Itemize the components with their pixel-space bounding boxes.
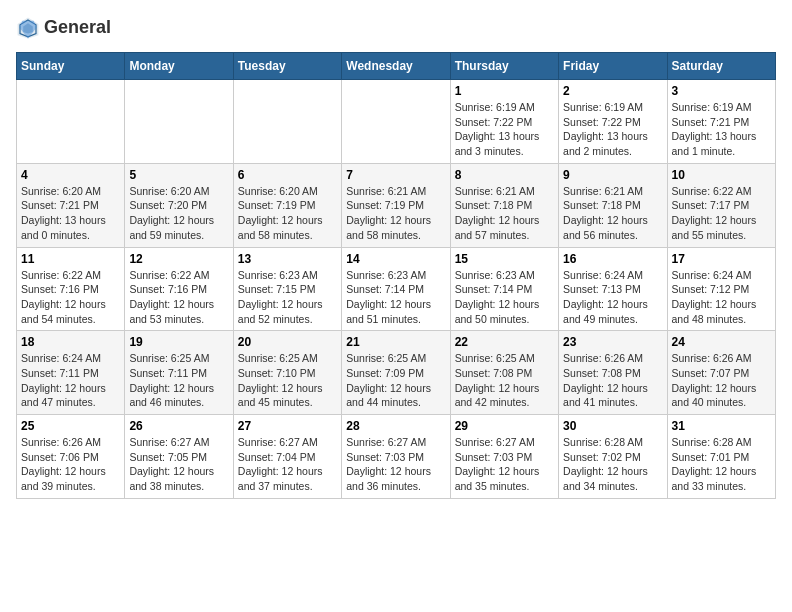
day-number: 4 — [21, 168, 120, 182]
calendar-cell: 9Sunrise: 6:21 AM Sunset: 7:18 PM Daylig… — [559, 163, 667, 247]
day-number: 26 — [129, 419, 228, 433]
day-info: Sunrise: 6:21 AM Sunset: 7:18 PM Dayligh… — [455, 184, 554, 243]
day-number: 8 — [455, 168, 554, 182]
day-info: Sunrise: 6:27 AM Sunset: 7:03 PM Dayligh… — [455, 435, 554, 494]
calendar-cell: 28Sunrise: 6:27 AM Sunset: 7:03 PM Dayli… — [342, 415, 450, 499]
day-info: Sunrise: 6:25 AM Sunset: 7:10 PM Dayligh… — [238, 351, 337, 410]
calendar-cell: 7Sunrise: 6:21 AM Sunset: 7:19 PM Daylig… — [342, 163, 450, 247]
calendar-cell: 21Sunrise: 6:25 AM Sunset: 7:09 PM Dayli… — [342, 331, 450, 415]
day-info: Sunrise: 6:19 AM Sunset: 7:22 PM Dayligh… — [563, 100, 662, 159]
calendar-cell: 26Sunrise: 6:27 AM Sunset: 7:05 PM Dayli… — [125, 415, 233, 499]
logo-general: General — [44, 18, 111, 38]
day-number: 5 — [129, 168, 228, 182]
calendar-cell: 13Sunrise: 6:23 AM Sunset: 7:15 PM Dayli… — [233, 247, 341, 331]
day-info: Sunrise: 6:25 AM Sunset: 7:09 PM Dayligh… — [346, 351, 445, 410]
day-number: 23 — [563, 335, 662, 349]
day-number: 15 — [455, 252, 554, 266]
calendar-cell: 24Sunrise: 6:26 AM Sunset: 7:07 PM Dayli… — [667, 331, 775, 415]
calendar-week-row: 11Sunrise: 6:22 AM Sunset: 7:16 PM Dayli… — [17, 247, 776, 331]
weekday-header: Saturday — [667, 53, 775, 80]
weekday-header: Wednesday — [342, 53, 450, 80]
calendar-week-row: 18Sunrise: 6:24 AM Sunset: 7:11 PM Dayli… — [17, 331, 776, 415]
calendar-cell: 14Sunrise: 6:23 AM Sunset: 7:14 PM Dayli… — [342, 247, 450, 331]
calendar-cell — [342, 80, 450, 164]
day-info: Sunrise: 6:24 AM Sunset: 7:12 PM Dayligh… — [672, 268, 771, 327]
day-number: 31 — [672, 419, 771, 433]
logo-icon — [16, 16, 40, 40]
day-number: 12 — [129, 252, 228, 266]
day-number: 22 — [455, 335, 554, 349]
calendar-cell: 11Sunrise: 6:22 AM Sunset: 7:16 PM Dayli… — [17, 247, 125, 331]
calendar-cell: 29Sunrise: 6:27 AM Sunset: 7:03 PM Dayli… — [450, 415, 558, 499]
calendar-cell: 25Sunrise: 6:26 AM Sunset: 7:06 PM Dayli… — [17, 415, 125, 499]
calendar-cell: 5Sunrise: 6:20 AM Sunset: 7:20 PM Daylig… — [125, 163, 233, 247]
calendar-week-row: 1Sunrise: 6:19 AM Sunset: 7:22 PM Daylig… — [17, 80, 776, 164]
calendar-cell: 10Sunrise: 6:22 AM Sunset: 7:17 PM Dayli… — [667, 163, 775, 247]
calendar-cell: 31Sunrise: 6:28 AM Sunset: 7:01 PM Dayli… — [667, 415, 775, 499]
day-info: Sunrise: 6:28 AM Sunset: 7:01 PM Dayligh… — [672, 435, 771, 494]
calendar-cell — [17, 80, 125, 164]
day-number: 28 — [346, 419, 445, 433]
day-number: 3 — [672, 84, 771, 98]
day-number: 25 — [21, 419, 120, 433]
day-info: Sunrise: 6:20 AM Sunset: 7:20 PM Dayligh… — [129, 184, 228, 243]
day-number: 11 — [21, 252, 120, 266]
calendar-cell: 22Sunrise: 6:25 AM Sunset: 7:08 PM Dayli… — [450, 331, 558, 415]
weekday-header: Monday — [125, 53, 233, 80]
weekday-header: Thursday — [450, 53, 558, 80]
calendar-cell: 19Sunrise: 6:25 AM Sunset: 7:11 PM Dayli… — [125, 331, 233, 415]
day-info: Sunrise: 6:25 AM Sunset: 7:11 PM Dayligh… — [129, 351, 228, 410]
day-info: Sunrise: 6:25 AM Sunset: 7:08 PM Dayligh… — [455, 351, 554, 410]
day-number: 16 — [563, 252, 662, 266]
calendar-week-row: 25Sunrise: 6:26 AM Sunset: 7:06 PM Dayli… — [17, 415, 776, 499]
page-header: General — [16, 16, 776, 40]
day-number: 20 — [238, 335, 337, 349]
day-number: 17 — [672, 252, 771, 266]
day-info: Sunrise: 6:23 AM Sunset: 7:15 PM Dayligh… — [238, 268, 337, 327]
day-number: 13 — [238, 252, 337, 266]
calendar-cell: 12Sunrise: 6:22 AM Sunset: 7:16 PM Dayli… — [125, 247, 233, 331]
calendar-cell: 27Sunrise: 6:27 AM Sunset: 7:04 PM Dayli… — [233, 415, 341, 499]
day-number: 24 — [672, 335, 771, 349]
day-info: Sunrise: 6:22 AM Sunset: 7:17 PM Dayligh… — [672, 184, 771, 243]
day-info: Sunrise: 6:27 AM Sunset: 7:05 PM Dayligh… — [129, 435, 228, 494]
calendar-cell: 23Sunrise: 6:26 AM Sunset: 7:08 PM Dayli… — [559, 331, 667, 415]
calendar-cell: 2Sunrise: 6:19 AM Sunset: 7:22 PM Daylig… — [559, 80, 667, 164]
calendar-cell: 8Sunrise: 6:21 AM Sunset: 7:18 PM Daylig… — [450, 163, 558, 247]
calendar-cell — [233, 80, 341, 164]
calendar-week-row: 4Sunrise: 6:20 AM Sunset: 7:21 PM Daylig… — [17, 163, 776, 247]
logo: General — [16, 16, 111, 40]
calendar-cell: 17Sunrise: 6:24 AM Sunset: 7:12 PM Dayli… — [667, 247, 775, 331]
day-info: Sunrise: 6:20 AM Sunset: 7:19 PM Dayligh… — [238, 184, 337, 243]
day-number: 29 — [455, 419, 554, 433]
weekday-header-row: SundayMondayTuesdayWednesdayThursdayFrid… — [17, 53, 776, 80]
day-number: 10 — [672, 168, 771, 182]
day-number: 27 — [238, 419, 337, 433]
day-info: Sunrise: 6:22 AM Sunset: 7:16 PM Dayligh… — [21, 268, 120, 327]
day-info: Sunrise: 6:19 AM Sunset: 7:21 PM Dayligh… — [672, 100, 771, 159]
day-info: Sunrise: 6:26 AM Sunset: 7:07 PM Dayligh… — [672, 351, 771, 410]
calendar-cell: 30Sunrise: 6:28 AM Sunset: 7:02 PM Dayli… — [559, 415, 667, 499]
day-number: 14 — [346, 252, 445, 266]
day-number: 19 — [129, 335, 228, 349]
day-info: Sunrise: 6:22 AM Sunset: 7:16 PM Dayligh… — [129, 268, 228, 327]
day-info: Sunrise: 6:24 AM Sunset: 7:11 PM Dayligh… — [21, 351, 120, 410]
day-info: Sunrise: 6:23 AM Sunset: 7:14 PM Dayligh… — [455, 268, 554, 327]
logo-text: General — [44, 18, 111, 38]
day-info: Sunrise: 6:27 AM Sunset: 7:03 PM Dayligh… — [346, 435, 445, 494]
day-info: Sunrise: 6:19 AM Sunset: 7:22 PM Dayligh… — [455, 100, 554, 159]
day-info: Sunrise: 6:24 AM Sunset: 7:13 PM Dayligh… — [563, 268, 662, 327]
day-number: 1 — [455, 84, 554, 98]
day-info: Sunrise: 6:21 AM Sunset: 7:18 PM Dayligh… — [563, 184, 662, 243]
day-number: 18 — [21, 335, 120, 349]
day-info: Sunrise: 6:27 AM Sunset: 7:04 PM Dayligh… — [238, 435, 337, 494]
day-number: 30 — [563, 419, 662, 433]
weekday-header: Tuesday — [233, 53, 341, 80]
day-number: 7 — [346, 168, 445, 182]
day-info: Sunrise: 6:21 AM Sunset: 7:19 PM Dayligh… — [346, 184, 445, 243]
day-number: 21 — [346, 335, 445, 349]
calendar-cell: 3Sunrise: 6:19 AM Sunset: 7:21 PM Daylig… — [667, 80, 775, 164]
calendar-cell: 20Sunrise: 6:25 AM Sunset: 7:10 PM Dayli… — [233, 331, 341, 415]
day-info: Sunrise: 6:23 AM Sunset: 7:14 PM Dayligh… — [346, 268, 445, 327]
calendar-cell — [125, 80, 233, 164]
